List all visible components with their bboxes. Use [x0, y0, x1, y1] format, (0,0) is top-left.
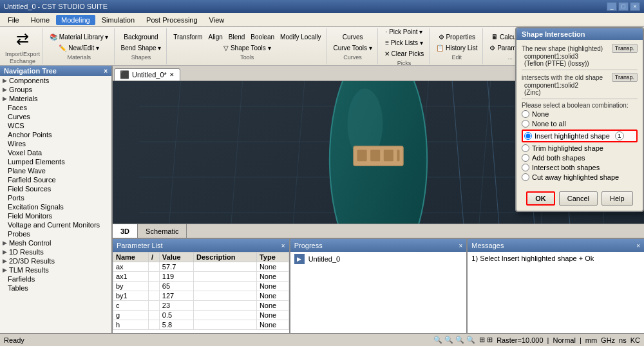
radio-none[interactable]: None — [522, 110, 638, 118]
radio-intersect-both[interactable]: Intersect both shapes — [522, 164, 638, 171]
progress-close[interactable]: × — [459, 242, 463, 249]
nav-item-wires[interactable]: Wires — [0, 139, 111, 148]
tab-close-button[interactable]: ✕ — [169, 72, 175, 78]
modify-locally-button[interactable]: Modify Locally — [278, 32, 323, 43]
transp-button-2[interactable]: Transp. — [612, 73, 638, 82]
progress-item: ▶ Untitled_0 — [290, 252, 467, 266]
pick-point-button[interactable]: · Pick Point ▾ — [383, 27, 426, 37]
blend-button[interactable]: Blend — [226, 32, 248, 43]
old-shape-value2: (Zinc) — [522, 89, 638, 96]
radio-add-both-input[interactable] — [522, 154, 529, 162]
boolean-button[interactable]: Boolean — [248, 32, 277, 43]
table-row[interactable]: ax 57.7 None — [113, 262, 289, 272]
menu-modeling[interactable]: Modeling — [56, 15, 95, 25]
param-name: by1 — [113, 291, 149, 301]
nav-item-components[interactable]: ▶ Components — [0, 76, 111, 85]
dialog-overlay: Shape Intersection The new shape (highli… — [515, 27, 644, 212]
ok-button[interactable]: OK — [526, 191, 555, 206]
table-row[interactable]: by1 127 None — [113, 291, 289, 301]
radio-none-to-all[interactable]: None to all — [522, 120, 638, 128]
nav-tree-close[interactable]: × — [104, 68, 108, 75]
new-edit-button[interactable]: ✏️ New/Edit ▾ — [56, 43, 102, 53]
nav-item-groups[interactable]: ▶ Groups — [0, 85, 111, 94]
table-row[interactable]: c 23 None — [113, 301, 289, 311]
nav-item-2d3d-results[interactable]: ▶ 2D/3D Results — [0, 256, 111, 265]
nav-item-curves[interactable]: Curves — [0, 112, 111, 121]
table-row[interactable]: h 5.8 None — [113, 320, 289, 330]
bend-shape-button[interactable]: Bend Shape ▾ — [118, 43, 164, 53]
cancel-button[interactable]: Cancel — [559, 191, 598, 206]
col-slash: / — [148, 253, 159, 262]
grid-icons: ⊞ ⊞ — [479, 336, 493, 344]
messages-close[interactable]: × — [636, 242, 640, 249]
radio-cut-away[interactable]: Cut away highlighted shape — [522, 173, 638, 181]
nav-item-label: Components — [9, 77, 49, 84]
shape-tools-button[interactable]: ▽ Shape Tools ▾ — [221, 43, 273, 53]
nav-item-wcs[interactable]: WCS — [0, 121, 111, 130]
align-button[interactable]: Align — [206, 32, 225, 43]
curves-button[interactable]: Curves — [340, 32, 366, 43]
param-type: None — [256, 320, 289, 330]
menu-post-processing[interactable]: Post Processing — [141, 15, 202, 25]
table-row[interactable]: ax1 119 None — [113, 272, 289, 282]
nav-item-1d-results[interactable]: ▶ 1D Results — [0, 247, 111, 256]
nav-item-voxel-data[interactable]: Voxel Data — [0, 148, 111, 157]
radio-none-to-all-input[interactable] — [522, 120, 529, 128]
radio-add-both[interactable]: Add both shapes — [522, 154, 638, 162]
radio-insert-highlighted[interactable]: Insert highlighted shape 1 — [522, 130, 638, 142]
radio-cut-away-input[interactable] — [522, 173, 529, 181]
clear-picks-button[interactable]: ✕ Clear Picks — [382, 48, 426, 59]
nav-item-tlm-results[interactable]: ▶ TLM Results — [0, 265, 111, 274]
history-list-button[interactable]: 📋 History List — [433, 43, 480, 53]
nav-item-farfield-source[interactable]: Farfield Source — [0, 175, 111, 184]
pick-lists-button[interactable]: ≡ Pick Lists ▾ — [383, 37, 426, 48]
close-button[interactable]: × — [630, 2, 640, 11]
nav-item-materials[interactable]: ▶ Materials — [0, 94, 111, 103]
nav-item-excitation-signals[interactable]: Excitation Signals — [0, 202, 111, 211]
table-row[interactable]: g 0.5 None — [113, 311, 289, 320]
window-controls[interactable]: _ □ × — [607, 2, 640, 11]
nav-item-label: Lumped Elements — [8, 158, 65, 166]
transp-button-1[interactable]: Transp. — [612, 44, 638, 53]
menu-simulation[interactable]: Simulation — [97, 15, 140, 25]
menu-file[interactable]: File — [3, 15, 24, 25]
col-description: Description — [194, 253, 257, 262]
nav-item-voltage-current-monitors[interactable]: Voltage and Current Monitors — [0, 220, 111, 229]
nav-item-plane-wave[interactable]: Plane Wave — [0, 166, 111, 175]
nav-item-faces[interactable]: Faces — [0, 103, 111, 112]
nav-item-tables[interactable]: Tables — [0, 284, 111, 293]
tab-3d[interactable]: 3D — [113, 224, 138, 238]
menu-home[interactable]: Home — [26, 15, 55, 25]
nav-item-farfields[interactable]: Farfields — [0, 274, 111, 284]
nav-item-field-monitors[interactable]: Field Monitors — [0, 211, 111, 220]
radio-intersect-both-input[interactable] — [522, 164, 529, 171]
radio-insert-highlighted-input[interactable] — [524, 132, 532, 140]
tab-untitled[interactable]: ⬛ Untitled_0* ✕ — [114, 68, 180, 81]
nav-item-label: Faces — [8, 104, 27, 111]
nav-item-probes[interactable]: Probes — [0, 229, 111, 238]
radio-trim-highlighted-input[interactable] — [522, 144, 529, 152]
import-export-button[interactable]: ⇄ — [14, 28, 32, 50]
maximize-button[interactable]: □ — [618, 2, 629, 11]
nav-item-mesh-control[interactable]: ▶ Mesh Control — [0, 238, 111, 247]
nav-item-label: 1D Results — [9, 248, 44, 256]
background-button[interactable]: Background — [121, 32, 160, 43]
nav-item-lumped-elements[interactable]: Lumped Elements — [0, 157, 111, 166]
parameter-list-close[interactable]: × — [281, 242, 285, 249]
minimize-button[interactable]: _ — [607, 2, 617, 11]
nav-item-field-sources[interactable]: Field Sources — [0, 184, 111, 193]
material-library-button[interactable]: 📚 Material Library ▾ — [47, 32, 111, 43]
menu-view[interactable]: View — [204, 15, 230, 25]
curve-tools-button[interactable]: Curve Tools ▾ — [330, 43, 374, 53]
nav-item-anchor-points[interactable]: Anchor Points — [0, 130, 111, 139]
tab-schematic[interactable]: Schematic — [138, 224, 187, 238]
properties-button[interactable]: ⚙ Properties — [436, 32, 478, 43]
radio-none-input[interactable] — [522, 110, 529, 118]
help-button[interactable]: Help — [601, 191, 633, 206]
table-row[interactable]: by 65 None — [113, 282, 289, 291]
import-export-label: Import/Export — [5, 51, 40, 57]
transform-button[interactable]: Transform — [171, 32, 205, 43]
param-description — [194, 262, 257, 272]
nav-item-ports[interactable]: Ports — [0, 193, 111, 202]
radio-trim-highlighted[interactable]: Trim highlighted shape — [522, 144, 638, 152]
